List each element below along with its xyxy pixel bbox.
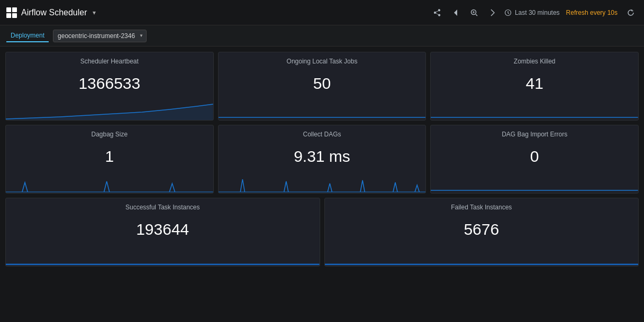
chart-scheduler-heartbeat xyxy=(6,99,213,120)
deployment-dropdown-wrapper: geocentric-instrument-2346 xyxy=(53,30,147,42)
filter-bar: Deployment geocentric-instrument-2346 xyxy=(0,25,644,47)
navbar-right: Last 30 minutes Refresh every 10s xyxy=(430,7,638,19)
card-scheduler-heartbeat: Scheduler Heartbeat 1366533 xyxy=(5,52,214,121)
card-title-dagbag-size: Dagbag Size xyxy=(12,131,207,138)
chart-ongoing-local-task-jobs xyxy=(219,99,426,120)
time-range-label[interactable]: Last 30 minutes xyxy=(515,9,560,16)
metrics-row-3: Successful Task Instances 193644 Failed … xyxy=(5,198,639,266)
card-value-failed-task-instances: 5676 xyxy=(331,214,632,245)
metrics-row-2: Dagbag Size 1 Collect DAGs 9.31 ms xyxy=(5,125,639,194)
chart-successful-task-instances xyxy=(6,245,320,266)
card-dagbag-size: Dagbag Size 1 xyxy=(5,125,214,194)
chart-collect-dags xyxy=(219,172,426,193)
forward-button[interactable] xyxy=(487,7,498,19)
card-failed-task-instances: Failed Task Instances 5676 xyxy=(324,198,639,266)
card-title-dag-bag-import-errors: DAG Bag Import Errors xyxy=(437,131,632,138)
card-dag-bag-import-errors: DAG Bag Import Errors 0 xyxy=(430,125,639,194)
share-button[interactable] xyxy=(430,7,444,19)
card-ongoing-local-task-jobs: Ongoing Local Task Jobs 50 xyxy=(218,52,427,121)
card-value-dagbag-size: 1 xyxy=(12,141,207,172)
chart-dag-bag-import-errors xyxy=(431,172,638,193)
card-title-failed-task-instances: Failed Task Instances xyxy=(331,204,632,211)
card-value-collect-dags: 9.31 ms xyxy=(225,141,420,172)
card-title-collect-dags: Collect DAGs xyxy=(225,131,420,138)
app-icon xyxy=(6,7,17,18)
card-zombies-killed: Zombies Killed 41 xyxy=(430,52,639,121)
card-title-successful-task-instances: Successful Task Instances xyxy=(12,204,313,211)
card-title-scheduler-heartbeat: Scheduler Heartbeat xyxy=(12,58,207,65)
refresh-icon xyxy=(627,9,634,16)
navbar-left: Airflow Scheduler ▾ xyxy=(6,7,96,18)
card-value-dag-bag-import-errors: 0 xyxy=(437,141,632,172)
chart-zombies-killed xyxy=(431,99,638,120)
card-collect-dags: Collect DAGs 9.31 ms xyxy=(218,125,427,194)
filter-tab-deployment[interactable]: Deployment xyxy=(6,30,49,42)
clock-icon xyxy=(504,9,512,16)
zoom-button[interactable] xyxy=(467,7,481,19)
card-value-successful-task-instances: 193644 xyxy=(12,214,313,245)
chart-failed-task-instances xyxy=(325,245,639,266)
card-value-zombies-killed: 41 xyxy=(437,68,632,99)
card-title-zombies-killed: Zombies Killed xyxy=(437,58,632,65)
refresh-label[interactable]: Refresh every 10s xyxy=(566,9,618,16)
card-title-ongoing-local-task-jobs: Ongoing Local Task Jobs xyxy=(225,58,420,65)
dashboard: Scheduler Heartbeat 1366533 Ongoing Loca… xyxy=(0,47,644,272)
metrics-row-1: Scheduler Heartbeat 1366533 Ongoing Loca… xyxy=(5,52,639,121)
app-title-caret[interactable]: ▾ xyxy=(93,9,96,16)
back-button[interactable] xyxy=(450,7,461,19)
chart-dagbag-size xyxy=(6,172,213,193)
card-value-ongoing-local-task-jobs: 50 xyxy=(225,68,420,99)
refresh-button[interactable] xyxy=(624,7,638,19)
navbar: Airflow Scheduler ▾ Last 30 minutes Refr… xyxy=(0,0,644,25)
card-successful-task-instances: Successful Task Instances 193644 xyxy=(5,198,320,266)
card-value-scheduler-heartbeat: 1366533 xyxy=(12,68,207,99)
deployment-dropdown[interactable]: geocentric-instrument-2346 xyxy=(53,30,147,42)
time-range: Last 30 minutes xyxy=(504,9,560,16)
app-title: Airflow Scheduler xyxy=(21,8,87,17)
